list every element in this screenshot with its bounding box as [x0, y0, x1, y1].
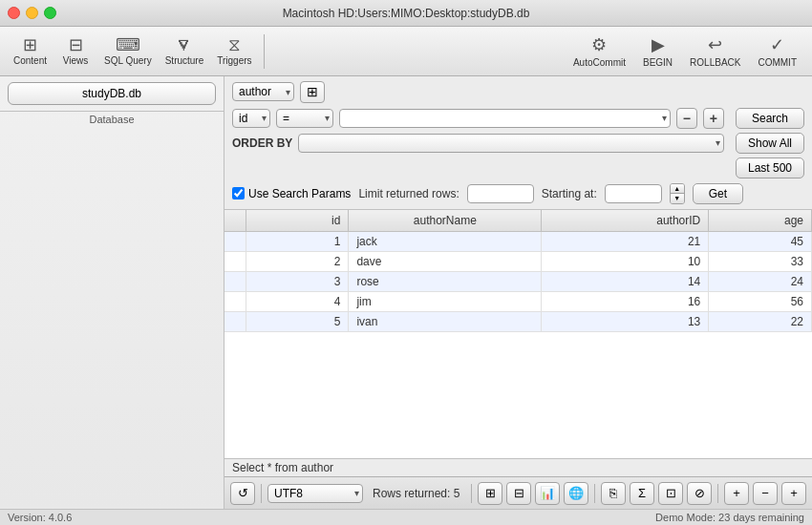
action-buttons: Search Show All Last 500: [736, 108, 804, 178]
triggers-button[interactable]: ⧖ Triggers: [211, 31, 257, 73]
db-title-button[interactable]: studyDB.db: [8, 82, 216, 105]
maximize-button[interactable]: [44, 7, 56, 19]
views-button[interactable]: ⊟ Views: [54, 31, 96, 73]
cell-id: 2: [246, 251, 349, 271]
begin-button[interactable]: ▶ BEGIN: [635, 31, 680, 73]
table-row[interactable]: 4 jim 16 56: [224, 291, 812, 311]
sql-icon: ⌨: [116, 36, 140, 53]
refresh-button[interactable]: ↺: [230, 482, 255, 505]
close-button[interactable]: [8, 7, 20, 19]
table-select-wrapper: author: [232, 82, 294, 101]
filter-row-1: author ⊞: [232, 81, 804, 103]
row-marker: [224, 251, 246, 271]
col-header-authorname[interactable]: authorName: [349, 210, 542, 232]
cell-authorid: 16: [542, 291, 709, 311]
rows-returned-label: Rows returned: 5: [373, 487, 459, 500]
table-row[interactable]: 2 dave 10 33: [224, 251, 812, 271]
cell-id: 3: [246, 271, 349, 291]
minus-button[interactable]: −: [676, 108, 697, 129]
structure-label: Structure: [165, 55, 204, 66]
table-view-button[interactable]: ⊞: [478, 482, 502, 505]
show-all-button[interactable]: Show All: [736, 133, 804, 154]
starting-at-input[interactable]: [605, 184, 662, 203]
table-row[interactable]: 5 ivan 13 22: [224, 311, 812, 331]
more-button[interactable]: +: [781, 482, 806, 505]
order-by-select[interactable]: [298, 134, 724, 153]
begin-label: BEGIN: [643, 57, 673, 68]
table-config-button[interactable]: ⊞: [300, 81, 325, 103]
stepper-up-button[interactable]: ▲: [671, 184, 684, 194]
table-row[interactable]: 3 rose 14 24: [224, 271, 812, 291]
operator-wrapper: = != < > LIKE: [276, 109, 333, 128]
table-row[interactable]: 1 jack 21 45: [224, 231, 812, 251]
filter-controls: id = != < > LIKE: [232, 108, 804, 178]
db-header: studyDB.db: [0, 76, 224, 112]
col-header-age[interactable]: age: [709, 210, 812, 232]
sum-button[interactable]: Σ: [630, 482, 654, 505]
limit-input[interactable]: [467, 184, 534, 203]
table-container: id authorName authorID age 1 jack 21 45 …: [224, 210, 812, 458]
commit-button[interactable]: ✓ COMMIT: [750, 31, 804, 73]
filter-inputs: id = != < > LIKE: [232, 108, 724, 153]
autocommit-button[interactable]: ⚙ AutoCommit: [566, 31, 633, 73]
block-button[interactable]: ⊘: [687, 482, 712, 505]
cell-age: 24: [709, 271, 812, 291]
cell-authorname: jim: [349, 291, 542, 311]
minimize-button[interactable]: [26, 7, 38, 19]
stepper-down-button[interactable]: ▼: [671, 194, 684, 203]
globe-button[interactable]: 🌐: [564, 482, 588, 505]
cell-authorname: rose: [349, 271, 542, 291]
filter-bar: author ⊞ id: [224, 76, 812, 210]
cell-authorid: 21: [542, 231, 709, 251]
use-search-params-checkbox[interactable]: [232, 187, 245, 200]
bt-divider-4: [717, 484, 718, 503]
filter-row-2: id = != < > LIKE: [232, 108, 724, 129]
use-search-params-label[interactable]: Use Search Params: [232, 187, 351, 200]
search-params-row: Use Search Params Limit returned rows: S…: [232, 183, 804, 204]
remove-row-button[interactable]: −: [753, 482, 778, 505]
main-panel: author ⊞ id: [224, 76, 812, 509]
sidebar: studyDB.db Database: [0, 76, 224, 509]
add-row-button[interactable]: +: [724, 482, 749, 505]
last-500-button[interactable]: Last 500: [736, 158, 804, 178]
bt-divider-1: [261, 484, 262, 503]
value-wrapper: [339, 109, 671, 128]
chart-view-button[interactable]: 📊: [535, 482, 560, 505]
stepper: ▲ ▼: [670, 183, 685, 204]
content-area: studyDB.db Database author ⊞: [0, 76, 812, 509]
db-label: Database: [0, 112, 224, 129]
sql-query-button[interactable]: ⌨ SQL Query: [98, 31, 158, 73]
form-view-button[interactable]: ⊟: [506, 482, 531, 505]
structure-button[interactable]: ⛛ Structure: [160, 31, 210, 73]
table-select[interactable]: author: [232, 82, 294, 101]
cell-age: 45: [709, 231, 812, 251]
encoding-select[interactable]: UTF8: [267, 484, 363, 503]
col-header-id[interactable]: id: [246, 210, 349, 232]
row-marker: [224, 291, 246, 311]
get-button[interactable]: Get: [693, 183, 743, 204]
plus-button[interactable]: +: [703, 108, 724, 129]
operator-select[interactable]: = != < > LIKE: [276, 109, 333, 128]
filter-row-3: ORDER BY: [232, 134, 724, 153]
cell-authorid: 14: [542, 271, 709, 291]
cell-age: 33: [709, 251, 812, 271]
bt-divider-2: [471, 484, 472, 503]
content-label: Content: [13, 55, 47, 66]
grid-button[interactable]: ⊡: [658, 482, 683, 505]
rollback-button[interactable]: ↩ ROLLBACK: [682, 31, 748, 73]
row-marker: [224, 231, 246, 251]
cell-authorname: jack: [349, 231, 542, 251]
version-bar: Version: 4.0.6 Demo Mode: 23 days remain…: [0, 509, 812, 525]
row-marker: [224, 311, 246, 331]
titlebar: Macintosh HD:Users:MIMO:Desktop:studyDB.…: [0, 0, 812, 27]
triggers-icon: ⧖: [228, 36, 241, 53]
table-header: id authorName authorID age: [224, 210, 812, 232]
column-select[interactable]: id: [232, 109, 270, 128]
value-input[interactable]: [339, 109, 671, 128]
copy-button[interactable]: ⎘: [601, 482, 626, 505]
search-button[interactable]: Search: [736, 108, 804, 129]
col-header-authorid[interactable]: authorID: [542, 210, 709, 232]
sql-label: SQL Query: [104, 55, 152, 66]
main-toolbar: ⊞ Content ⊟ Views ⌨ SQL Query ⛛ Structur…: [0, 27, 812, 76]
content-button[interactable]: ⊞ Content: [8, 31, 53, 73]
